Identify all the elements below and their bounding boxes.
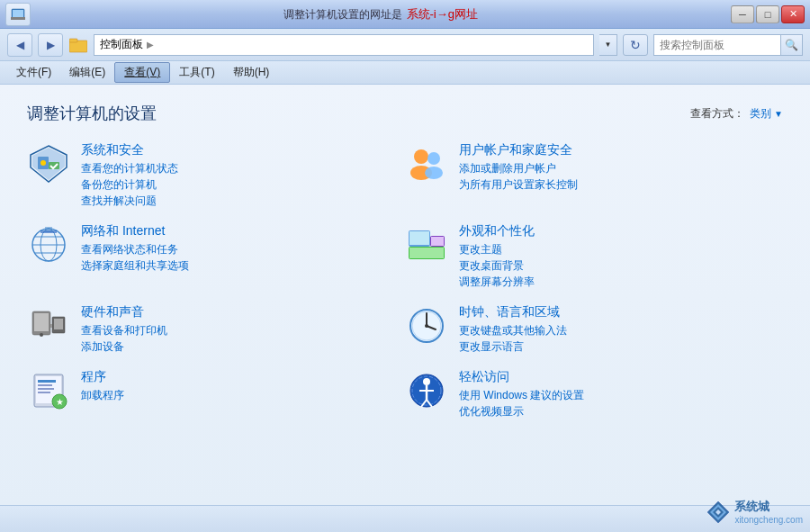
address-path[interactable]: 控制面板 ▶	[94, 34, 594, 56]
cp-title-hardware[interactable]: 硬件和声音	[81, 304, 387, 320]
view-dropdown[interactable]: 类别 ▼	[750, 106, 783, 122]
svg-rect-4	[69, 39, 77, 42]
cp-link-pr-1[interactable]: 卸载程序	[81, 388, 387, 403]
svg-rect-1	[13, 10, 23, 17]
cp-item-ease-access: 轻松访问 使用 Windows 建议的设置 优化视频显示	[405, 369, 783, 419]
user-accounts-icon	[405, 142, 448, 185]
cp-link-ap-3[interactable]: 调整屏幕分辨率	[459, 275, 765, 290]
search-icon[interactable]: 🔍	[780, 35, 802, 55]
forward-button[interactable]: ▶	[38, 33, 63, 57]
cp-link-hw-2[interactable]: 添加设备	[81, 339, 387, 355]
cp-text-network: 网络和 Internet 查看网络状态和任务 选择家庭组和共享选项	[81, 223, 387, 274]
svg-point-48	[423, 378, 430, 385]
cp-links-network: 查看网络状态和任务 选择家庭组和共享选项	[81, 242, 387, 274]
statusbar	[0, 505, 810, 532]
cp-link-ss-1[interactable]: 查看您的计算机状态	[81, 161, 387, 176]
svg-rect-20	[40, 230, 57, 233]
cp-links-system-security: 查看您的计算机状态 备份您的计算机 查找并解决问题	[81, 161, 387, 209]
titlebar-left	[5, 3, 31, 26]
cp-text-system-security: 系统和安全 查看您的计算机状态 备份您的计算机 查找并解决问题	[81, 142, 387, 209]
cp-link-ss-2[interactable]: 备份您的计算机	[81, 177, 387, 193]
cp-link-cl-1[interactable]: 更改键盘或其他输入法	[459, 323, 765, 338]
cp-link-ap-2[interactable]: 更改桌面背景	[459, 258, 765, 274]
main-content: 调整计算机的设置 查看方式： 类别 ▼	[0, 85, 810, 505]
svg-point-13	[425, 167, 443, 179]
search-box: 🔍	[653, 34, 803, 56]
svg-point-37	[425, 324, 428, 328]
watermark-url: xitongcheng.com	[734, 515, 803, 525]
ease-access-icon	[405, 369, 448, 412]
address-dropdown[interactable]: ▼	[599, 34, 617, 56]
menu-help[interactable]: 帮助(H)	[224, 63, 279, 82]
cp-item-hardware: 硬件和声音 查看设备和打印机 添加设备	[27, 304, 405, 355]
cp-link-ss-3[interactable]: 查找并解决问题	[81, 194, 387, 209]
view-label: 查看方式：	[690, 106, 744, 122]
svg-rect-22	[410, 231, 429, 245]
page-header: 调整计算机的设置 查看方式： 类别 ▼	[27, 103, 783, 124]
cp-text-clock: 时钟、语言和区域 更改键盘或其他输入法 更改显示语言	[459, 304, 765, 355]
addressbar: ◀ ▶ 控制面板 ▶ ▼ ↻ 🔍	[0, 29, 810, 61]
network-icon	[27, 223, 70, 266]
svg-rect-28	[34, 313, 49, 331]
minimize-button[interactable]: ─	[731, 5, 754, 23]
cp-links-programs: 卸载程序	[81, 388, 387, 403]
cp-link-ua-1[interactable]: 添加或删除用户帐户	[459, 161, 765, 176]
cp-title-clock[interactable]: 时钟、语言和区域	[459, 304, 765, 320]
cp-links-hardware: 查看设备和打印机 添加设备	[81, 323, 387, 355]
svg-point-9	[40, 160, 46, 166]
cp-link-net-1[interactable]: 查看网络状态和任务	[81, 242, 387, 257]
menu-edit[interactable]: 编辑(E)	[60, 63, 114, 82]
titlebar: 调整计算机设置的网址是 系统-i→g网址 ─ □ ✕	[0, 0, 810, 29]
cp-title-appearance[interactable]: 外观和个性化	[459, 223, 765, 239]
menu-view[interactable]: 查看(V)	[114, 62, 170, 83]
window-controls: ─ □ ✕	[731, 5, 805, 23]
page-title: 调整计算机的设置	[27, 103, 157, 124]
cp-text-hardware: 硬件和声音 查看设备和打印机 添加设备	[81, 304, 387, 355]
address-arrow: ▶	[147, 40, 154, 50]
cp-title-network[interactable]: 网络和 Internet	[81, 223, 387, 239]
menubar: 文件(F) 编辑(E) 查看(V) 工具(T) 帮助(H)	[0, 61, 810, 85]
cp-links-ease-access: 使用 Windows 建议的设置 优化视频显示	[459, 388, 765, 419]
cp-link-ua-2[interactable]: 为所有用户设置家长控制	[459, 177, 765, 193]
svg-point-29	[40, 333, 43, 337]
cp-text-appearance: 外观和个性化 更改主题 更改桌面背景 调整屏幕分辨率	[459, 223, 765, 290]
cp-links-user-accounts: 添加或删除用户帐户 为所有用户设置家长控制	[459, 161, 765, 193]
watermark: 系统城 xitongcheng.com	[706, 499, 803, 525]
cp-title-system-security[interactable]: 系统和安全	[81, 142, 387, 158]
cp-link-net-2[interactable]: 选择家庭组和共享选项	[81, 258, 387, 274]
refresh-button[interactable]: ↻	[623, 34, 648, 56]
svg-point-10	[414, 149, 428, 164]
folder-icon	[68, 35, 88, 55]
cp-item-network: 网络和 Internet 查看网络状态和任务 选择家庭组和共享选项	[27, 223, 405, 290]
cp-link-cl-2[interactable]: 更改显示语言	[459, 339, 765, 355]
cp-item-programs: ★ 程序 卸载程序	[27, 369, 405, 419]
cp-link-ap-1[interactable]: 更改主题	[459, 242, 765, 257]
cp-title-ease-access[interactable]: 轻松访问	[459, 369, 765, 385]
menu-file[interactable]: 文件(F)	[7, 63, 60, 82]
cp-item-appearance: 外观和个性化 更改主题 更改桌面背景 调整屏幕分辨率	[405, 223, 783, 290]
menu-tools[interactable]: 工具(T)	[170, 63, 223, 82]
cp-text-user-accounts: 用户帐户和家庭安全 添加或删除用户帐户 为所有用户设置家长控制	[459, 142, 765, 193]
svg-rect-42	[38, 388, 54, 390]
address-text: 控制面板	[100, 37, 143, 52]
cp-title-programs[interactable]: 程序	[81, 369, 387, 385]
cp-link-ea-2[interactable]: 优化视频显示	[459, 404, 765, 419]
svg-rect-43	[38, 392, 50, 393]
cp-links-clock: 更改键盘或其他输入法 更改显示语言	[459, 323, 765, 355]
cp-item-clock: 时钟、语言和区域 更改键盘或其他输入法 更改显示语言	[405, 304, 783, 355]
back-button[interactable]: ◀	[7, 33, 32, 57]
svg-rect-31	[54, 319, 63, 329]
titlebar-title-highlight: 系统-i→g网址	[407, 7, 478, 21]
view-selector: 查看方式： 类别 ▼	[690, 106, 783, 122]
cp-title-user-accounts[interactable]: 用户帐户和家庭安全	[459, 142, 765, 158]
cp-link-ea-1[interactable]: 使用 Windows 建议的设置	[459, 388, 765, 403]
svg-rect-40	[38, 380, 56, 383]
close-button[interactable]: ✕	[781, 5, 805, 23]
search-input[interactable]	[654, 35, 780, 55]
cp-item-system-security: 系统和安全 查看您的计算机状态 备份您的计算机 查找并解决问题	[27, 142, 405, 209]
titlebar-title-normal: 调整计算机设置的网址是	[284, 8, 402, 21]
cp-link-hw-1[interactable]: 查看设备和打印机	[81, 323, 387, 338]
control-panel-grid: 系统和安全 查看您的计算机状态 备份您的计算机 查找并解决问题 用户帐户和家	[27, 142, 783, 419]
svg-rect-2	[11, 17, 25, 20]
maximize-button[interactable]: □	[756, 5, 779, 23]
